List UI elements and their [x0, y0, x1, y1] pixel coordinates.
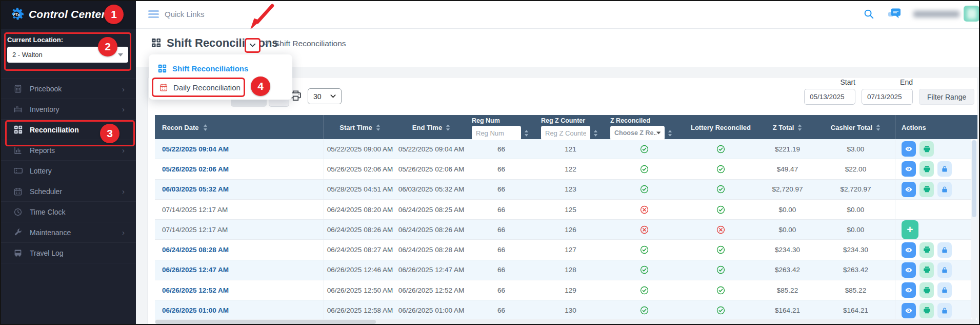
sort-icon[interactable]	[203, 124, 208, 131]
z-total-cell: $0.00	[758, 220, 816, 239]
print-button[interactable]	[919, 182, 934, 197]
lottery-reconciled-cell	[683, 280, 758, 300]
sidebar-item-label: Time Clock	[30, 208, 66, 216]
recon-date-cell[interactable]: 06/24/2025 08:28 AM	[155, 240, 324, 259]
sidebar-item-pricebook[interactable]: Pricebook›	[0, 79, 136, 99]
sidebar-item-travel-log[interactable]: Travel Log	[0, 243, 136, 263]
sidebar-item-inventory[interactable]: Inventory›	[0, 99, 136, 120]
chevron-right-icon: ›	[122, 187, 125, 196]
recon-date-cell[interactable]: 05/22/2025 09:04 AM	[155, 139, 324, 159]
start-time-cell: 06/24/2025 08:26 AM	[324, 220, 396, 239]
sort-icon[interactable]	[797, 124, 802, 131]
print-button[interactable]	[919, 242, 934, 258]
chevron-right-icon: ›	[122, 228, 125, 237]
check-circle-icon	[640, 165, 649, 174]
end-date-input[interactable]	[862, 89, 913, 105]
sidebar-item-maintenance[interactable]: Maintenance›	[0, 222, 136, 243]
z-reconciled-filter-select[interactable]: Choose Z Re...	[610, 126, 665, 140]
page-title-dropdown-toggle[interactable]	[245, 38, 261, 53]
sort-icon[interactable]	[446, 124, 450, 131]
recon-date-cell[interactable]: 05/26/2025 02:06 AM	[155, 159, 324, 179]
filter-range-button[interactable]: Filter Range	[919, 89, 974, 105]
page-size-select[interactable]: 30	[308, 88, 342, 104]
print-button[interactable]	[919, 303, 934, 318]
recon-date-cell[interactable]: 06/26/2025 01:00 AM	[155, 300, 324, 320]
print-button[interactable]	[919, 161, 934, 177]
lock-button[interactable]	[937, 303, 952, 318]
view-button[interactable]	[902, 242, 916, 258]
sort-icon[interactable]	[668, 130, 672, 137]
end-time-cell: 06/03/2025 05:32 AM	[396, 180, 467, 199]
avatar[interactable]	[964, 6, 979, 22]
check-circle-icon	[716, 145, 725, 154]
end-time-cell: 05/26/2025 02:06 AM	[396, 159, 467, 179]
recon-date-cell[interactable]: 06/26/2025 12:47 AM	[155, 260, 324, 280]
inventory-shelf-icon	[13, 105, 23, 113]
view-button[interactable]	[902, 182, 916, 197]
lock-button[interactable]	[937, 182, 952, 197]
reg-num-filter-input[interactable]	[472, 126, 521, 140]
recon-date-cell[interactable]: 06/26/2025 12:52 AM	[155, 280, 324, 300]
check-circle-icon	[716, 245, 725, 254]
header-z-total[interactable]: Z Total	[758, 115, 816, 140]
horizontal-scrollbar[interactable]	[155, 319, 977, 324]
lottery-ticket-icon	[13, 167, 23, 174]
lock-icon	[941, 186, 948, 193]
lottery-reconciled-cell	[683, 240, 758, 259]
lock-button[interactable]	[937, 262, 952, 278]
sort-icon[interactable]	[376, 124, 381, 131]
header-cashier-total[interactable]: Cashier Total	[816, 115, 895, 140]
search-icon[interactable]	[863, 8, 874, 22]
sidebar-item-reconciliation[interactable]: Reconciliation	[0, 120, 136, 140]
header-end-time[interactable]: End Time	[396, 115, 467, 140]
calendar-icon	[159, 83, 168, 91]
menu-item-shift-reconciliations[interactable]: Shift Reconciliations	[149, 59, 292, 78]
sidebar-item-scheduler[interactable]: Scheduler›	[0, 181, 136, 202]
reg-z-counter-cell: 126	[536, 220, 605, 239]
table-body: 05/22/2025 09:04 AM05/22/2025 09:00 AM05…	[155, 139, 977, 321]
lock-icon	[941, 246, 948, 254]
print-button[interactable]	[919, 262, 934, 278]
location-select[interactable]: 2 - Walton	[7, 47, 128, 63]
sort-icon[interactable]	[593, 130, 598, 137]
view-button[interactable]	[902, 141, 916, 157]
add-reconciliation-button[interactable]: +	[902, 220, 918, 239]
table-row: 05/26/2025 02:06 AM05/26/2025 02:06 AM05…	[155, 159, 971, 179]
sidebar-item-reports[interactable]: Reports›	[0, 140, 136, 161]
lock-button[interactable]	[937, 242, 952, 258]
view-button[interactable]	[902, 161, 916, 177]
header-lottery-reconciled[interactable]: Lottery Reconciled	[683, 115, 758, 140]
sidebar-item-label: Pricebook	[30, 85, 62, 93]
reg-num-cell: 66	[467, 180, 536, 199]
reg-z-counter-cell: 130	[536, 300, 605, 320]
sort-icon[interactable]	[524, 130, 529, 137]
topbar: Quick Links	[136, 0, 980, 29]
view-button[interactable]	[902, 262, 916, 278]
user-name-blurred[interactable]	[913, 11, 959, 17]
print-button[interactable]	[919, 282, 934, 298]
header-recon-date[interactable]: Recon Date	[155, 115, 324, 140]
reconciliation-grid-icon	[13, 125, 23, 134]
start-date-input[interactable]	[804, 89, 855, 105]
sort-icon[interactable]	[876, 124, 881, 131]
recon-date-cell[interactable]: 06/03/2025 05:32 AM	[155, 180, 324, 199]
reg-z-counter-cell: 129	[536, 280, 605, 300]
lock-button[interactable]	[937, 161, 952, 177]
hamburger-menu-icon[interactable]	[148, 10, 159, 20]
z-total-cell: $85.22	[758, 280, 816, 300]
view-button[interactable]	[902, 282, 916, 298]
chat-icon[interactable]	[888, 8, 901, 22]
table-row: 06/03/2025 05:32 AM05/28/2025 04:51 AM06…	[155, 180, 971, 200]
vertical-scrollbar[interactable]	[971, 140, 977, 319]
view-button[interactable]	[902, 303, 916, 318]
print-button[interactable]	[919, 141, 934, 157]
reg-z-counter-filter-input[interactable]	[541, 126, 590, 140]
sidebar-item-lottery[interactable]: Lottery	[0, 161, 136, 181]
table-row: 06/26/2025 01:00 AM06/26/2025 12:58 AM06…	[155, 300, 971, 320]
quick-links[interactable]: Quick Links	[165, 10, 205, 18]
header-start-time[interactable]: Start Time	[324, 115, 396, 140]
sidebar-item-time-clock[interactable]: Time Clock	[0, 202, 136, 222]
lock-button[interactable]	[937, 282, 952, 298]
printer-icon	[923, 185, 931, 193]
menu-item-daily-reconciliation[interactable]: Daily Reconciliation	[152, 78, 245, 97]
